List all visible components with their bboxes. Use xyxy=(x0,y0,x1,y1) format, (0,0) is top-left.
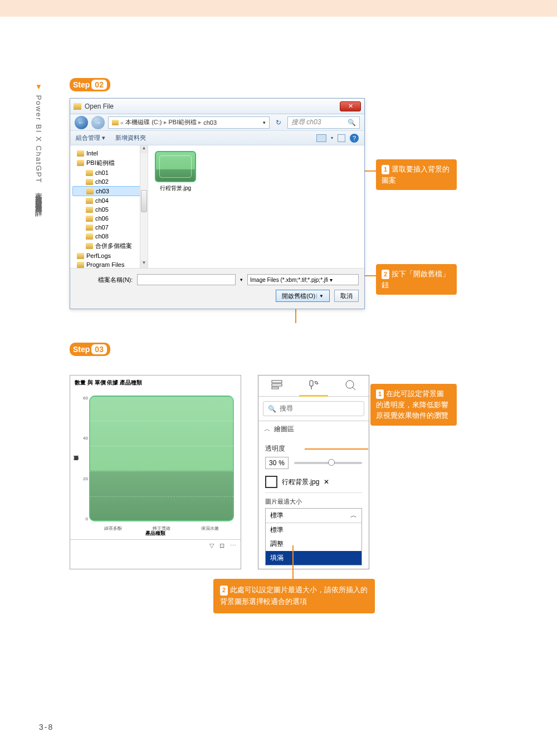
slider-knob[interactable] xyxy=(328,459,335,466)
dropdown-option[interactable]: 標準 xyxy=(266,523,361,537)
more-icon[interactable]: ⋯ xyxy=(230,542,236,549)
image-fit-dropdown[interactable]: 標準 ︿ 標準 調整 填滿 xyxy=(265,508,362,565)
filename-label: 檔案名稱(N): xyxy=(98,276,133,284)
tree-item[interactable]: ch07 xyxy=(72,223,145,232)
dialog-titlebar[interactable]: Open File ✕ xyxy=(70,99,364,114)
dialog-title: Open File xyxy=(85,103,340,110)
x-axis-label: 產品種類 xyxy=(74,530,237,537)
folder-icon xyxy=(86,225,93,231)
new-folder-button[interactable]: 新增資料夾 xyxy=(115,134,146,142)
tree-item[interactable]: ch04 xyxy=(72,196,145,205)
section-plot-area[interactable]: ︿ 繪圖區 xyxy=(258,421,369,437)
tree-item[interactable]: 合併多個檔案 xyxy=(72,241,145,251)
tree-item[interactable]: ch06 xyxy=(72,214,145,223)
page: ▼ Power BI X ChatGPT 實作大數據篩選分析與商業圖表設計 St… xyxy=(0,0,557,756)
pane-tabs xyxy=(258,375,369,397)
back-icon[interactable]: ← xyxy=(75,116,88,129)
cancel-button[interactable]: 取消 xyxy=(334,290,359,302)
tab-analytics-icon[interactable] xyxy=(332,375,369,396)
tree-item[interactable]: PerfLogs xyxy=(72,251,145,260)
help-icon[interactable]: ? xyxy=(350,134,359,143)
folder-icon xyxy=(86,179,93,185)
folder-icon xyxy=(86,216,93,222)
chart-title: 數量 與 單價 依據 產品種類 xyxy=(70,375,241,390)
chevron-up-icon: ︿ xyxy=(264,425,271,434)
folder-icon xyxy=(77,262,84,268)
tree-item[interactable]: ch01 xyxy=(72,168,145,177)
tree-item[interactable]: ch08 xyxy=(72,232,145,241)
page-number: 3-8 xyxy=(39,723,53,731)
tab-format-icon[interactable] xyxy=(295,375,332,396)
open-button[interactable]: 開啟舊檔(O) ▼ xyxy=(276,290,330,302)
leader-line xyxy=(305,448,368,450)
filetype-filter[interactable]: Image Files (*.xbm;*.tif;*.pjp;*.jfi ▾ xyxy=(247,274,359,285)
dialog-body: IntelPBI範例檔ch01ch02ch03ch04ch05ch06ch07c… xyxy=(70,145,364,268)
file-list-area[interactable]: 行程背景.jpg xyxy=(148,145,364,268)
file-thumbnail[interactable]: 行程背景.jpg xyxy=(154,151,197,192)
svg-rect-0 xyxy=(272,381,282,383)
tree-item[interactable]: ch03 xyxy=(72,186,145,196)
thumbnail-label: 行程背景.jpg xyxy=(160,185,191,191)
scroll-down-icon[interactable]: ▼ xyxy=(140,260,148,268)
refresh-icon[interactable]: ↻ xyxy=(273,119,284,126)
filter-icon[interactable]: ▽ xyxy=(209,542,214,549)
bars xyxy=(89,396,234,521)
breadcrumb[interactable]: « 本機磁碟 (C:)▸ PBI範例檔▸ ch03 ▾ xyxy=(108,116,270,129)
dialog-footer: 檔案名稱(N): ▾ Image Files (*.xbm;*.tif;*.pj… xyxy=(70,268,364,309)
focus-icon[interactable]: ⊡ xyxy=(219,542,224,549)
close-icon[interactable]: ✕ xyxy=(340,101,361,111)
image-name: 行程背景.jpg xyxy=(282,477,319,487)
bg-image-row: 行程背景.jpg ✕ xyxy=(265,476,362,488)
tab-fields-icon[interactable] xyxy=(258,375,295,396)
svg-rect-1 xyxy=(272,384,282,386)
folder-icon xyxy=(86,198,93,204)
image-swatch-icon[interactable] xyxy=(265,476,277,488)
transparency-input[interactable]: 30 % xyxy=(265,457,289,469)
search-icon: 🔍 xyxy=(268,405,276,413)
scrollbar[interactable]: ▲ ▼ xyxy=(140,145,148,268)
format-pane: 🔍 搜尋 ︿ 繪圖區 透明度 30 % xyxy=(258,375,369,569)
folder-icon xyxy=(86,243,93,249)
chart-visual[interactable]: 數量 與 單價 依據 產品種類 單價收益量 6040200 綠茶多酚蜂王漿緻保濕… xyxy=(70,375,241,569)
tree-item[interactable]: Intel xyxy=(72,149,145,158)
folder-icon xyxy=(77,160,84,166)
tree-item[interactable]: Program Files xyxy=(72,260,145,268)
filename-input[interactable] xyxy=(137,274,236,285)
callout-1: 1選取要插入背景的圖案 xyxy=(376,159,457,190)
remove-image-icon[interactable]: ✕ xyxy=(324,478,329,486)
pane-search-input[interactable]: 🔍 搜尋 xyxy=(263,401,364,416)
scroll-up-icon[interactable]: ▲ xyxy=(140,145,148,153)
svg-rect-2 xyxy=(272,387,278,389)
step-badge-02: Step 02 xyxy=(70,78,110,91)
callout-2: 2按下「開啟舊檔」鈕 xyxy=(376,264,457,295)
visual-footer: ▽ ⊡ ⋯ xyxy=(70,539,241,552)
open-file-dialog: Open File ✕ ← → « 本機磁碟 (C:)▸ PBI範例檔▸ ch0… xyxy=(70,98,365,309)
transparency-slider[interactable] xyxy=(294,462,362,464)
tree-item[interactable]: ch05 xyxy=(72,205,145,214)
tree-item[interactable]: ch02 xyxy=(72,177,145,186)
folder-icon xyxy=(86,170,93,176)
dropdown-option[interactable]: 填滿 xyxy=(266,551,361,565)
organize-button[interactable]: 組合管理 ▾ xyxy=(76,134,105,142)
folder-icon xyxy=(77,150,84,157)
search-input[interactable]: 搜尋 ch03 🔍 xyxy=(287,116,360,129)
thumbnail-image xyxy=(155,151,196,182)
folder-icon xyxy=(77,253,84,259)
tree-item[interactable]: PBI範例檔 xyxy=(72,158,145,168)
search-icon: 🔍 xyxy=(348,119,356,126)
dropdown-selected[interactable]: 標準 ︿ xyxy=(266,509,361,523)
chart-plot: 單價收益量 6040200 綠茶多酚蜂王漿緻保濕水嫩 產品種類 xyxy=(74,392,237,537)
leader-line xyxy=(292,545,294,579)
folder-tree[interactable]: IntelPBI範例檔ch01ch02ch03ch04ch05ch06ch07c… xyxy=(70,145,148,268)
step03-block: 數量 與 單價 依據 產品種類 單價收益量 6040200 綠茶多酚蜂王漿緻保濕… xyxy=(70,375,515,569)
callout-step03-1: 1在此可設定背景圖的透明度，來降低影響原視覺效果物件的瀏覽 xyxy=(370,384,457,426)
scroll-handle[interactable] xyxy=(141,190,147,212)
chevron-down-icon[interactable]: ▼ xyxy=(316,294,324,299)
content-area: Step 02 Open File ✕ ← → « xyxy=(0,17,557,569)
preview-pane-icon[interactable] xyxy=(338,134,345,142)
folder-icon xyxy=(74,103,81,110)
view-icon[interactable] xyxy=(316,134,326,142)
top-stripe xyxy=(0,0,557,17)
forward-icon[interactable]: → xyxy=(91,116,105,129)
dropdown-option[interactable]: 調整 xyxy=(266,537,361,551)
